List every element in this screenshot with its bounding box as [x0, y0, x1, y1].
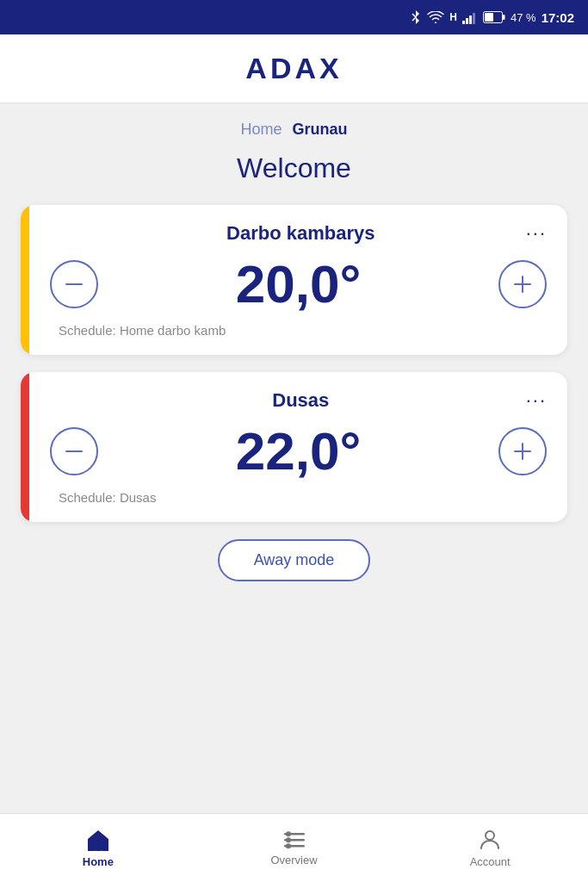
nav-item-home[interactable]: Home: [0, 828, 196, 868]
svg-rect-9: [514, 283, 531, 285]
device-indicator-red: [21, 372, 29, 522]
welcome-title: Welcome: [21, 152, 567, 184]
bluetooth-icon: [410, 9, 422, 25]
schedule-label-1: Schedule: Home darbo kamb: [59, 323, 547, 338]
wifi-icon: [427, 11, 444, 24]
svg-rect-6: [485, 13, 493, 22]
main-content: Home Grunau Welcome Darbo kambarys ··· 2…: [0, 103, 588, 813]
decrease-temp-1[interactable]: [50, 260, 98, 308]
svg-rect-10: [65, 450, 83, 452]
svg-rect-13: [95, 842, 102, 851]
svg-rect-5: [503, 15, 505, 20]
svg-rect-2: [469, 16, 472, 24]
increase-temp-1[interactable]: [498, 260, 547, 308]
svg-point-20: [486, 831, 494, 840]
decrease-temp-2[interactable]: [50, 427, 98, 475]
svg-rect-0: [462, 21, 465, 24]
svg-rect-7: [65, 283, 83, 285]
nav-item-overview[interactable]: Overview: [196, 829, 393, 866]
away-mode-button[interactable]: Away mode: [218, 539, 371, 581]
app-header: ADAX: [0, 34, 588, 103]
svg-point-17: [286, 831, 291, 836]
overview-icon: [282, 829, 306, 850]
nav-label-overview: Overview: [270, 854, 317, 866]
svg-point-18: [286, 837, 291, 842]
svg-rect-1: [466, 18, 468, 24]
nav-label-home: Home: [83, 855, 114, 868]
svg-rect-12: [514, 450, 531, 452]
status-bar: H 47 % 17:02: [0, 0, 588, 34]
breadcrumb-home[interactable]: Home: [240, 121, 282, 139]
time-display: 17:02: [542, 10, 574, 25]
card-header-2: Dusas ···: [50, 389, 547, 412]
nav-label-account: Account: [470, 855, 511, 868]
nav-item-account[interactable]: Account: [392, 828, 588, 868]
increase-temp-2[interactable]: [498, 427, 547, 475]
breadcrumb: Home Grunau: [21, 121, 567, 139]
device-indicator-yellow: [21, 205, 29, 355]
device-name-1: Darbo kambarys: [76, 222, 526, 245]
bottom-navigation: Home Overview Account: [0, 813, 588, 882]
breadcrumb-current: Grunau: [293, 121, 348, 139]
svg-point-19: [286, 843, 291, 848]
more-options-2[interactable]: ···: [526, 389, 547, 412]
temperature-2: 22,0°: [98, 420, 498, 481]
battery-percent: 47 %: [511, 11, 536, 24]
account-icon: [478, 828, 502, 852]
signal-icon: [462, 11, 478, 24]
card-header-1: Darbo kambarys ···: [50, 222, 547, 245]
battery-icon: [483, 11, 505, 23]
schedule-label-2: Schedule: Dusas: [59, 490, 547, 505]
temperature-1: 20,0°: [98, 253, 498, 314]
svg-rect-3: [473, 13, 475, 24]
device-card-darbo-kambarys: Darbo kambarys ··· 20,0° Schedule: Home …: [21, 205, 567, 355]
card-controls-2: 22,0°: [50, 420, 547, 481]
more-options-1[interactable]: ···: [526, 222, 547, 245]
device-card-dusas: Dusas ··· 22,0° Schedule: Dusas: [21, 372, 567, 522]
device-name-2: Dusas: [76, 389, 526, 412]
away-mode-container: Away mode: [21, 539, 567, 581]
status-icons: H 47 % 17:02: [410, 9, 574, 25]
home-icon: [85, 828, 111, 852]
signal-h: H: [449, 11, 457, 23]
card-controls-1: 20,0°: [50, 253, 547, 314]
app-logo: ADAX: [245, 52, 342, 85]
